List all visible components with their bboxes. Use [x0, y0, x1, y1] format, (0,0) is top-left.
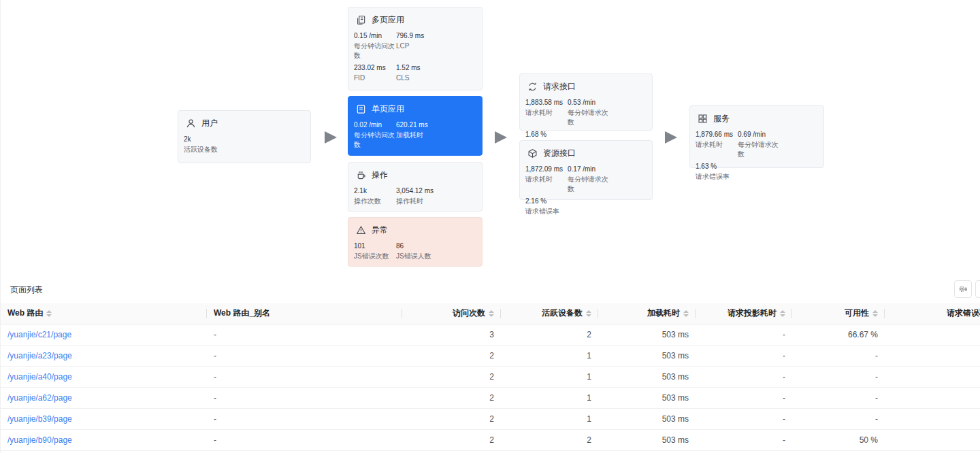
cell-devices: 2: [501, 324, 598, 345]
node-service[interactable]: 服务 1,879.66 ms 请求耗时 0.69 /min 每分钟请求次数 1.…: [689, 105, 824, 168]
table-row[interactable]: /yuanjie/a23/page - 2 1 503 ms - -: [1, 345, 980, 366]
node-user[interactable]: 用户 2k 活跃设备数: [178, 110, 311, 163]
cell-request-error-rate: [885, 408, 980, 429]
table-row[interactable]: /yuanjie/b39/page - 2 1 503 ms - -: [1, 408, 980, 429]
route-link[interactable]: /yuanjie/a40/page: [7, 372, 72, 382]
node-title: 操作: [372, 169, 388, 181]
flow-arrow-icon: [495, 131, 507, 144]
col-header-request-projection-time[interactable]: 请求投影耗时: [696, 303, 792, 324]
route-link[interactable]: /yuanjie/a62/page: [7, 393, 72, 403]
metric-requests-per-min: 0.69 /min 每分钟请求次数: [738, 131, 779, 159]
metric-js-error-count: 101 JS错误次数: [354, 242, 395, 261]
sort-icon: [46, 310, 52, 317]
col-header-request-error-rate[interactable]: 请求错误率: [885, 303, 980, 324]
page-list-table: Web 路由 Web 路由_别名 访问次数 活跃设备数 加载耗时 请求投影耗时 …: [1, 303, 980, 451]
col-header-active-devices[interactable]: 活跃设备数: [501, 303, 598, 324]
sort-icon: [586, 310, 591, 317]
table-row[interactable]: /yuanjie/b90/page - 2 2 503 ms - 50 %: [1, 429, 980, 450]
cell-devices: 2: [501, 429, 598, 450]
metric-active-devices: 2k 活跃设备数: [184, 135, 225, 154]
route-link[interactable]: /yuanjie/a23/page: [7, 351, 72, 360]
cell-availability: -: [792, 345, 885, 366]
grid-icon: [697, 114, 708, 124]
cell-alias: -: [207, 366, 402, 387]
node-title: 单页应用: [372, 103, 404, 115]
cell-request-projection: -: [696, 366, 792, 387]
node-title: 多页应用: [372, 14, 404, 26]
metric-cls: 1.52 ms CLS: [396, 64, 438, 83]
cell-alias: -: [207, 408, 402, 429]
metric-action-count: 2.1k 操作次数: [354, 187, 395, 206]
col-header-web-route[interactable]: Web 路由: [1, 303, 207, 324]
sort-icon: [683, 310, 689, 317]
page-icon: [355, 104, 366, 115]
col-header-availability[interactable]: 可用性: [792, 303, 885, 324]
node-exception[interactable]: 异常 101 JS错误次数 86 JS错误人数: [348, 217, 483, 267]
cell-load-time: 503 ms: [598, 408, 696, 429]
cell-load-time: 503 ms: [598, 324, 696, 345]
col-header-visits[interactable]: 访问次数: [402, 303, 501, 324]
route-link[interactable]: /yuanjie/b39/page: [7, 414, 72, 424]
col-header-load-time[interactable]: 加载耗时: [598, 303, 696, 324]
route-link[interactable]: /yuanjie/c21/page: [7, 330, 71, 339]
cell-request-error-rate: [885, 429, 980, 450]
node-title: 服务: [713, 113, 730, 124]
cell-load-time: 503 ms: [598, 429, 696, 450]
metric-visits-per-min: 0.02 /min 每分钟访问次数: [354, 121, 395, 150]
flow-arrow-icon: [665, 131, 677, 144]
metric-request-error-rate: 1.63 % 请求错误率: [696, 163, 737, 182]
cell-request-projection: -: [696, 429, 792, 450]
table-row[interactable]: /yuanjie/a40/page - 2 1 503 ms - -: [1, 366, 980, 387]
metric-request-time: 1,883.58 ms 请求耗时: [525, 99, 567, 127]
sync-arrows-icon: [527, 82, 538, 93]
cell-load-time: 503 ms: [598, 345, 696, 366]
sort-icon: [489, 310, 494, 317]
metric-action-time: 3,054.12 ms 操作耗时: [396, 187, 438, 206]
flow-arrow-icon: [325, 131, 337, 144]
node-title: 异常: [372, 224, 388, 236]
metric-fid: 233.02 ms FID: [354, 64, 395, 83]
node-request-api[interactable]: 请求接口 1,883.58 ms 请求耗时 0.53 /min 每分钟请求次数 …: [519, 73, 653, 131]
table-row[interactable]: /yuanjie/c21/page - 3 2 503 ms - 66.67 %: [1, 324, 980, 345]
cell-devices: 1: [501, 408, 598, 429]
node-single-page-app[interactable]: 单页应用 0.02 /min 每分钟访问次数 620.21 ms 加载耗时: [348, 96, 483, 156]
gear-list-icon: [958, 284, 968, 294]
metric-requests-per-min: 0.53 /min 每分钟请求次数: [568, 99, 609, 127]
cube-icon: [527, 148, 538, 159]
metric-request-error-rate: 2.16 % 请求错误率: [525, 197, 567, 216]
cell-availability: -: [792, 387, 885, 408]
page-list-title: 页面列表: [10, 284, 43, 296]
metric-request-time: 1,879.66 ms 请求耗时: [696, 131, 737, 159]
sort-icon: [872, 310, 878, 317]
cup-icon: [355, 170, 366, 181]
metric-requests-per-min: 0.17 /min 每分钟请求次数: [568, 165, 609, 194]
node-title: 请求接口: [543, 81, 576, 93]
cell-visits: 2: [402, 387, 501, 408]
node-multi-page-app[interactable]: 多页应用 0.15 /min 每分钟访问次数 796.9 ms LCP 233.…: [348, 7, 483, 90]
metric-visits-per-min: 0.15 /min 每分钟访问次数: [354, 32, 395, 61]
more-button[interactable]: [975, 280, 980, 298]
node-action[interactable]: 操作 2.1k 操作次数 3,054.12 ms 操作耗时: [348, 162, 483, 212]
route-link[interactable]: /yuanjie/b90/page: [7, 435, 72, 445]
cell-load-time: 503 ms: [598, 387, 696, 408]
cell-availability: -: [792, 366, 885, 387]
cell-availability: -: [792, 408, 885, 429]
node-title: 用户: [201, 118, 218, 129]
table-row[interactable]: /yuanjie/a62/page - 2 1 503 ms - -: [1, 387, 980, 408]
sort-icon: [780, 310, 785, 317]
cell-devices: 1: [501, 345, 598, 366]
cell-request-projection: -: [696, 345, 792, 366]
user-icon: [185, 118, 196, 129]
pages-icon: [355, 15, 366, 26]
cell-alias: -: [207, 387, 402, 408]
cell-visits: 2: [402, 429, 501, 450]
cell-visits: 2: [402, 366, 501, 387]
cell-devices: 1: [501, 387, 598, 408]
node-resource-api[interactable]: 资源接口 1,872.09 ms 请求耗时 0.17 /min 每分钟请求次数 …: [519, 140, 653, 200]
col-header-web-route-alias[interactable]: Web 路由_别名: [207, 303, 402, 324]
cell-request-projection: -: [696, 387, 792, 408]
cell-request-error-rate: [885, 345, 980, 366]
column-settings-button[interactable]: [954, 280, 972, 298]
metric-load-time: 620.21 ms 加载耗时: [396, 121, 438, 150]
node-title: 资源接口: [543, 148, 576, 159]
